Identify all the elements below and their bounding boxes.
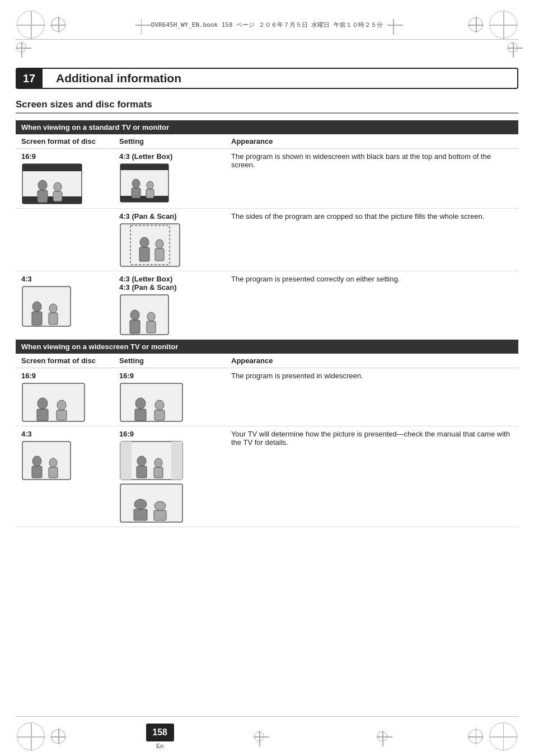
chapter-title: Additional information bbox=[43, 68, 518, 89]
corner-ornament-br bbox=[489, 722, 517, 750]
section-heading: Screen sizes and disc formats bbox=[16, 99, 518, 114]
setting-43both: 4:3 (Letter Box)4:3 (Pan & Scan) bbox=[114, 271, 226, 340]
disc-format-wide-43: 4:3 bbox=[16, 426, 114, 527]
tv-image-panscan bbox=[119, 223, 181, 267]
page: DVR645H_WY_EN.book 158 ページ ２０６年７月５日 水曜日 … bbox=[0, 0, 534, 756]
svg-point-12 bbox=[147, 181, 153, 189]
disc-format-169-empty bbox=[16, 209, 114, 271]
tv-image-wide43-setting1 bbox=[119, 440, 184, 481]
corner-ornament-bl bbox=[17, 722, 45, 750]
svg-point-31 bbox=[38, 398, 48, 409]
disc-format-wide-169: 16:9 bbox=[16, 368, 114, 426]
reg-mark-tc2 bbox=[387, 19, 399, 30]
svg-point-21 bbox=[32, 302, 41, 312]
tv-image-43setting bbox=[119, 294, 170, 336]
reg-mark-bl bbox=[50, 729, 66, 744]
table-row: 16:9 16:9 bbox=[16, 368, 518, 426]
setting-wide-169-for43: 16:9 bbox=[114, 426, 226, 527]
tv-image-wide169-setting bbox=[119, 382, 184, 422]
page-number: 158 bbox=[146, 724, 174, 741]
chapter-heading: 17 Additional information bbox=[16, 68, 518, 89]
file-info-text: DVR645H_WY_EN.book 158 ページ ２０６年７月５日 水曜日 … bbox=[151, 21, 383, 29]
bottom-bar: 158 En bbox=[0, 717, 534, 756]
svg-point-26 bbox=[130, 310, 139, 320]
svg-rect-40 bbox=[22, 442, 71, 480]
svg-rect-20 bbox=[22, 287, 71, 326]
appearance-wide-43: Your TV will determine how the picture i… bbox=[226, 426, 518, 527]
svg-point-53 bbox=[134, 499, 147, 509]
tv-image-wide169-disc bbox=[21, 382, 86, 422]
tv-image-wide43-setting2 bbox=[119, 483, 184, 523]
table-row: 4:3 4:3 (Letter Box)4:3 (Pan & Scan) bbox=[16, 271, 518, 340]
tv-image-43disc bbox=[21, 285, 72, 327]
chapter-number: 17 bbox=[16, 68, 43, 89]
reg-mark-tr bbox=[468, 17, 484, 32]
svg-rect-17 bbox=[139, 247, 149, 261]
svg-rect-29 bbox=[147, 321, 156, 333]
svg-rect-37 bbox=[135, 409, 146, 421]
reg-mark-bc2 bbox=[377, 731, 388, 742]
svg-rect-19 bbox=[155, 248, 164, 261]
svg-rect-46 bbox=[120, 442, 132, 480]
svg-rect-14 bbox=[120, 224, 180, 266]
svg-rect-27 bbox=[130, 320, 140, 334]
svg-rect-6 bbox=[53, 191, 62, 201]
corner-ornament-tl bbox=[17, 11, 45, 39]
svg-rect-8 bbox=[120, 164, 168, 170]
svg-point-33 bbox=[57, 400, 66, 410]
col-header-appearance-w: Appearance bbox=[226, 354, 518, 368]
svg-rect-42 bbox=[32, 466, 42, 478]
standard-tv-header-row: When viewing on a standard TV or monitor bbox=[16, 120, 518, 134]
top-registration-bar: DVR645H_WY_EN.book 158 ページ ２０６年７月５日 水曜日 … bbox=[0, 0, 534, 39]
svg-rect-22 bbox=[32, 312, 42, 325]
svg-rect-39 bbox=[154, 410, 165, 420]
svg-rect-52 bbox=[120, 484, 182, 522]
svg-rect-4 bbox=[38, 190, 48, 203]
svg-point-43 bbox=[49, 458, 57, 467]
bottom-area: 158 En bbox=[0, 716, 534, 756]
svg-point-10 bbox=[132, 179, 140, 188]
svg-rect-51 bbox=[154, 467, 163, 478]
svg-rect-9 bbox=[120, 196, 168, 202]
svg-rect-13 bbox=[146, 189, 154, 198]
standard-tv-col-headers: Screen format of disc Setting Appearance bbox=[16, 134, 518, 149]
table-row: 4:3 16:9 bbox=[16, 426, 518, 527]
svg-rect-32 bbox=[37, 409, 48, 421]
svg-point-23 bbox=[49, 304, 57, 313]
widescreen-tv-col-headers: Screen format of disc Setting Appearance bbox=[16, 354, 518, 368]
appearance-43both: The program is presented correctly on ei… bbox=[226, 271, 518, 340]
col-header-setting-w: Setting bbox=[114, 354, 226, 368]
reg-mark-l2 bbox=[16, 42, 27, 53]
svg-point-55 bbox=[154, 501, 166, 510]
content-area: When viewing on a standard TV or monitor… bbox=[16, 120, 518, 527]
tv-image-setting-letterbox bbox=[119, 163, 170, 203]
widescreen-tv-header: When viewing on a widescreen TV or monit… bbox=[16, 340, 518, 354]
reg-mark-tc bbox=[135, 19, 147, 30]
appearance-letterbox: The program is shown in widescreen with … bbox=[226, 149, 518, 209]
svg-point-5 bbox=[54, 182, 62, 191]
svg-rect-34 bbox=[57, 410, 67, 420]
svg-rect-35 bbox=[120, 383, 182, 421]
svg-rect-30 bbox=[22, 383, 85, 421]
svg-rect-1 bbox=[22, 164, 82, 171]
page-label: En bbox=[156, 743, 163, 749]
appearance-panscan: The sides of the program are cropped so … bbox=[226, 209, 518, 271]
svg-point-28 bbox=[147, 312, 155, 321]
svg-rect-47 bbox=[171, 442, 182, 480]
screen-format-table: When viewing on a standard TV or monitor… bbox=[16, 120, 518, 527]
setting-letterbox: 4:3 (Letter Box) bbox=[114, 149, 226, 209]
appearance-wide-169: The program is presented in widescreen. bbox=[226, 368, 518, 426]
svg-rect-24 bbox=[49, 313, 58, 325]
svg-point-3 bbox=[38, 180, 47, 190]
disc-format-169: 16:9 bbox=[16, 149, 114, 209]
reg-mark-br bbox=[468, 729, 484, 744]
reg-mark-tl bbox=[50, 17, 66, 32]
table-row: 4:3 (Pan & Scan) The sides of the p bbox=[16, 209, 518, 271]
svg-point-48 bbox=[137, 456, 146, 466]
svg-point-16 bbox=[140, 237, 149, 247]
svg-point-18 bbox=[156, 240, 163, 248]
reg-mark-bc1 bbox=[254, 731, 265, 742]
header-file-info: DVR645H_WY_EN.book 158 ページ ２０６年７月５日 水曜日 … bbox=[135, 19, 399, 30]
table-row: 16:9 4:3 bbox=[16, 149, 518, 209]
svg-point-36 bbox=[135, 398, 146, 409]
